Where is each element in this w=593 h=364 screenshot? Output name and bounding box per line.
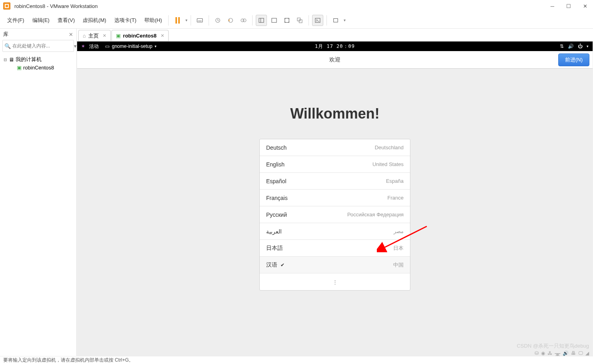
language-item-english[interactable]: English United States — [260, 156, 410, 173]
menu-edit[interactable]: 编辑(E) — [29, 15, 53, 26]
svg-rect-9 — [285, 18, 289, 22]
language-country: 中国 — [393, 261, 404, 269]
language-name: Español — [266, 178, 287, 184]
menu-view[interactable]: 查看(V) — [54, 15, 78, 26]
gnome-topbar: ✶ 活动 ▭ gnome-initial-setup ▾ 1月 17 20：09… — [77, 42, 593, 51]
vm-viewport[interactable]: ✶ 活动 ▭ gnome-initial-setup ▾ 1月 17 20：09… — [77, 42, 593, 356]
language-item-deutsch[interactable]: Deutsch Deutschland — [260, 139, 410, 156]
pause-button[interactable] — [172, 15, 183, 26]
snapshot-manager-button[interactable] — [238, 15, 249, 26]
separator — [191, 15, 191, 26]
tab-close-button[interactable]: ✕ — [161, 33, 164, 38]
language-country: Российская Федерация — [347, 212, 404, 218]
separator — [252, 15, 253, 26]
network-icon: 🖧 — [547, 350, 552, 356]
search-dropdown[interactable]: ▾ — [74, 43, 77, 49]
separator — [326, 15, 327, 26]
menu-help[interactable]: 帮助(H) — [141, 15, 165, 26]
menu-vm[interactable]: 虚拟机(M) — [80, 15, 109, 26]
language-name: العربية — [266, 228, 282, 235]
svg-point-3 — [229, 18, 233, 22]
gnome-header-title: 欢迎 — [329, 56, 340, 63]
sidebar-header: 库 ✕ — [0, 29, 76, 40]
gnome-clock[interactable]: 1月 17 20：09 — [315, 43, 355, 50]
more-icon: ⋮ — [332, 279, 338, 285]
fullscreen-button[interactable] — [281, 15, 293, 26]
gnome-app-label: gnome-initial-setup — [112, 44, 152, 49]
tab-vm[interactable]: ▣ robinCentos8 ✕ — [111, 30, 169, 41]
maximize-button[interactable]: ☐ — [564, 2, 573, 10]
snapshot-button[interactable] — [212, 15, 223, 26]
network-icon: ⇅ — [560, 44, 564, 49]
show-sidebar-button[interactable] — [256, 15, 267, 26]
language-name: Deutsch — [266, 144, 287, 151]
display-icon: 🖵 — [578, 350, 583, 356]
gnome-activities-icon[interactable]: ✶ — [81, 44, 85, 49]
language-item-chinese[interactable]: 汉语✔ 中国 — [260, 257, 410, 273]
gnome-topbar-right[interactable]: ⇅ 🔊 ⏻ ▾ — [560, 44, 589, 49]
language-item-espanol[interactable]: Español España — [260, 173, 410, 190]
status-hint: 要将输入定向到该虚拟机，请在虚拟机内部单击或按 Ctrl+G。 — [3, 357, 133, 364]
sidebar-search[interactable]: 🔍 ▾ — [2, 40, 74, 52]
send-ctrl-alt-del-button[interactable] — [194, 15, 205, 26]
close-button[interactable]: ✕ — [581, 2, 590, 10]
menu-file[interactable]: 文件(F) — [4, 15, 28, 26]
language-country: United States — [372, 161, 404, 167]
language-item-arabic[interactable]: العربية مصر — [260, 223, 410, 240]
language-name: Français — [266, 195, 288, 201]
unity-icon — [296, 17, 303, 24]
gnome-app-indicator[interactable]: ▭ gnome-initial-setup ▾ — [105, 44, 157, 49]
sidebar-close-button[interactable]: ✕ — [69, 32, 73, 38]
main-split: 库 ✕ 🔍 ▾ ⊟ 🖥 我的计算机 ▣ robinCentos8 ⌂ 主页 — [0, 29, 593, 356]
tree-toggle-icon[interactable]: ⊟ — [3, 57, 7, 62]
svg-point-5 — [243, 19, 247, 22]
status-bar: 要将输入定向到该虚拟机，请在虚拟机内部单击或按 Ctrl+G。 — [0, 356, 593, 364]
pause-dropdown[interactable]: ▾ — [185, 18, 187, 22]
language-country: España — [386, 178, 404, 184]
separator — [168, 15, 169, 26]
language-country: Deutschland — [375, 144, 404, 150]
console-view-button[interactable] — [312, 15, 323, 26]
language-name: 日本語 — [266, 245, 283, 252]
library-tree: ⊟ 🖥 我的计算机 ▣ robinCentos8 — [0, 52, 76, 75]
console-icon — [271, 17, 278, 24]
resize-grip-icon[interactable]: ◢ — [585, 350, 589, 356]
language-more-button[interactable]: ⋮ — [260, 273, 410, 290]
menubar: 文件(F) 编辑(E) 查看(V) 虚拟机(M) 选项卡(T) 帮助(H) ▾ … — [0, 12, 593, 29]
menu-tabs[interactable]: 选项卡(T) — [111, 15, 140, 26]
language-item-russian[interactable]: Русский Российская Федерация — [260, 206, 410, 223]
keyboard-icon — [196, 17, 203, 24]
stretch-dropdown[interactable]: ▾ — [344, 18, 346, 22]
welcome-page: Willkommen! Deutsch Deutschland English … — [77, 69, 593, 356]
language-item-francais[interactable]: Français France — [260, 190, 410, 206]
language-country: مصر — [394, 228, 404, 234]
minimize-button[interactable]: ─ — [548, 2, 557, 10]
search-input[interactable] — [12, 43, 72, 49]
volume-icon: 🔊 — [568, 44, 574, 49]
language-list: Deutsch Deutschland English United State… — [259, 139, 410, 291]
separator — [308, 15, 309, 26]
usb-icon: ᚘ — [555, 350, 560, 356]
language-item-japanese[interactable]: 日本語 日本 — [260, 240, 410, 257]
next-button-label: 前进(N) — [565, 56, 583, 63]
revert-snapshot-button[interactable] — [225, 15, 236, 26]
tab-bar: ⌂ 主页 ✕ ▣ robinCentos8 ✕ — [77, 29, 593, 42]
stretch-icon — [332, 17, 339, 24]
svg-rect-10 — [297, 18, 300, 21]
unity-button[interactable] — [294, 15, 305, 26]
show-console-button[interactable] — [269, 15, 280, 26]
tab-close-button[interactable]: ✕ — [103, 33, 106, 38]
search-icon: 🔍 — [4, 43, 11, 49]
tree-root-my-computer[interactable]: ⊟ 🖥 我的计算机 — [2, 55, 75, 64]
library-sidebar: 库 ✕ 🔍 ▾ ⊟ 🖥 我的计算机 ▣ robinCentos8 — [0, 29, 77, 356]
snapshot-icon — [214, 17, 221, 24]
next-button[interactable]: 前进(N) — [558, 53, 589, 66]
tab-home[interactable]: ⌂ 主页 ✕ — [78, 30, 111, 41]
snapshot-manager-icon — [240, 17, 247, 24]
tree-vm-item[interactable]: ▣ robinCentos8 — [2, 64, 75, 71]
app-window-icon: ▭ — [105, 44, 109, 49]
vmware-app-icon — [3, 2, 10, 10]
stretch-button[interactable] — [330, 15, 341, 26]
vm-icon: ▣ — [17, 65, 22, 71]
gnome-activities-label[interactable]: 活动 — [89, 43, 99, 50]
